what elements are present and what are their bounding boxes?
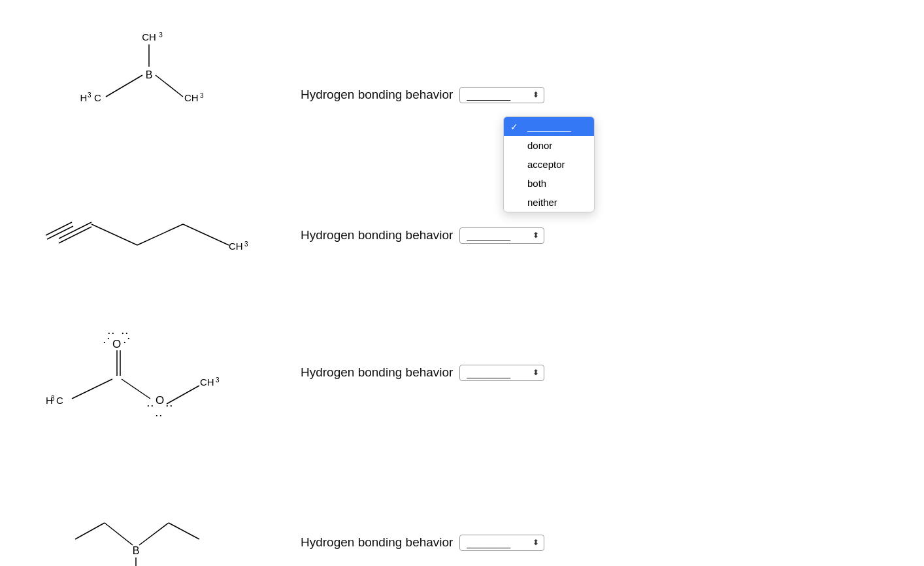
svg-text:H: H bbox=[80, 92, 88, 103]
svg-text:O: O bbox=[156, 394, 164, 407]
question-row-4: B Hydrogen bonding behavior ________ don… bbox=[0, 471, 924, 566]
svg-text:CH: CH bbox=[200, 376, 214, 388]
svg-line-49 bbox=[139, 523, 169, 545]
svg-text:CH: CH bbox=[142, 31, 156, 42]
select-4[interactable]: ________ donor acceptor both neither bbox=[459, 535, 544, 551]
svg-text:3: 3 bbox=[244, 241, 248, 248]
molecule-1: CH 3 B H 3 C CH 3 bbox=[0, 26, 301, 163]
popup-item-acceptor[interactable]: acceptor bbox=[504, 155, 594, 174]
molecule-4: B bbox=[0, 477, 301, 566]
svg-line-7 bbox=[106, 75, 142, 97]
question-area-2: Hydrogen bonding behavior ________ donor… bbox=[301, 227, 924, 244]
svg-text:·: · bbox=[166, 401, 169, 410]
svg-text:·: · bbox=[108, 328, 110, 338]
svg-text:O: O bbox=[112, 338, 121, 350]
main-container: CH 3 B H 3 C CH 3 Hydrogen bonding behav bbox=[0, 0, 924, 566]
label-1: Hydrogen bonding behavior bbox=[301, 88, 453, 102]
question-row-3: · · O · · · · · · H bbox=[0, 301, 924, 444]
svg-text:·: · bbox=[103, 337, 106, 347]
svg-line-10 bbox=[156, 75, 183, 97]
svg-text:3: 3 bbox=[159, 31, 163, 39]
svg-line-15 bbox=[91, 224, 137, 245]
select-wrapper-4[interactable]: ________ donor acceptor both neither bbox=[459, 535, 544, 551]
svg-text:·: · bbox=[156, 410, 158, 420]
svg-text:·: · bbox=[122, 328, 124, 338]
popup-item-blank[interactable]: ________ bbox=[504, 117, 594, 136]
svg-line-47 bbox=[105, 523, 133, 545]
svg-text:3: 3 bbox=[216, 376, 220, 384]
svg-text:C: C bbox=[94, 92, 101, 103]
select-3[interactable]: ________ donor acceptor both neither bbox=[459, 365, 544, 381]
svg-text:B: B bbox=[146, 69, 153, 80]
svg-text:·: · bbox=[151, 401, 154, 410]
select-wrapper-3[interactable]: ________ donor acceptor both neither bbox=[459, 365, 544, 381]
svg-text:·: · bbox=[124, 337, 126, 347]
question-row-1: CH 3 B H 3 C CH 3 Hydrogen bonding behav bbox=[0, 20, 924, 170]
svg-line-16 bbox=[137, 224, 183, 245]
question-area-3: Hydrogen bonding behavior ________ donor… bbox=[301, 365, 924, 381]
svg-text:CH: CH bbox=[229, 241, 243, 252]
question-area-4: Hydrogen bonding behavior ________ donor… bbox=[301, 535, 924, 551]
question-area-1: Hydrogen bonding behavior ________ donor… bbox=[301, 87, 924, 103]
popup-item-donor[interactable]: donor bbox=[504, 136, 594, 155]
svg-line-17 bbox=[183, 224, 229, 245]
svg-text:B: B bbox=[133, 545, 140, 556]
molecule-3: · · O · · · · · · H bbox=[0, 307, 301, 438]
svg-text:·: · bbox=[112, 328, 114, 338]
select-wrapper-1[interactable]: ________ donor acceptor both neither bbox=[459, 87, 544, 103]
svg-line-48 bbox=[75, 523, 105, 539]
svg-line-31 bbox=[72, 379, 112, 399]
label-2: Hydrogen bonding behavior bbox=[301, 228, 453, 242]
svg-text:·: · bbox=[125, 328, 128, 338]
svg-line-43 bbox=[167, 386, 199, 404]
molecule-svg-2: CH 3 bbox=[7, 203, 294, 268]
svg-line-50 bbox=[169, 523, 199, 539]
svg-text:3: 3 bbox=[200, 92, 204, 99]
select-2[interactable]: ________ donor acceptor both neither bbox=[459, 227, 544, 244]
popup-item-both[interactable]: both bbox=[504, 174, 594, 193]
select-1[interactable]: ________ donor acceptor both neither bbox=[459, 87, 544, 103]
svg-text:3: 3 bbox=[88, 92, 91, 99]
molecule-svg-4: B bbox=[26, 477, 274, 566]
popup-item-neither[interactable]: neither bbox=[504, 193, 594, 212]
select-wrapper-2[interactable]: ________ donor acceptor both neither bbox=[459, 227, 544, 244]
svg-line-35 bbox=[122, 379, 150, 399]
molecule-svg-3: · · O · · · · · · H bbox=[7, 307, 294, 438]
question-row-2: CH 3 Hydrogen bonding behavior ________ … bbox=[0, 196, 924, 275]
label-3: Hydrogen bonding behavior bbox=[301, 365, 453, 380]
molecule-svg-1: CH 3 B H 3 C CH 3 bbox=[39, 26, 261, 163]
svg-text:3: 3 bbox=[51, 395, 55, 402]
dropdown-popup: ________ donor acceptor both neither bbox=[503, 116, 595, 212]
molecule-2: CH 3 bbox=[0, 203, 301, 268]
svg-text:·: · bbox=[147, 401, 150, 410]
svg-text:C: C bbox=[56, 395, 63, 406]
label-4: Hydrogen bonding behavior bbox=[301, 535, 453, 550]
svg-line-14 bbox=[59, 227, 91, 243]
svg-text:CH: CH bbox=[184, 92, 199, 103]
svg-text:·: · bbox=[159, 410, 162, 420]
